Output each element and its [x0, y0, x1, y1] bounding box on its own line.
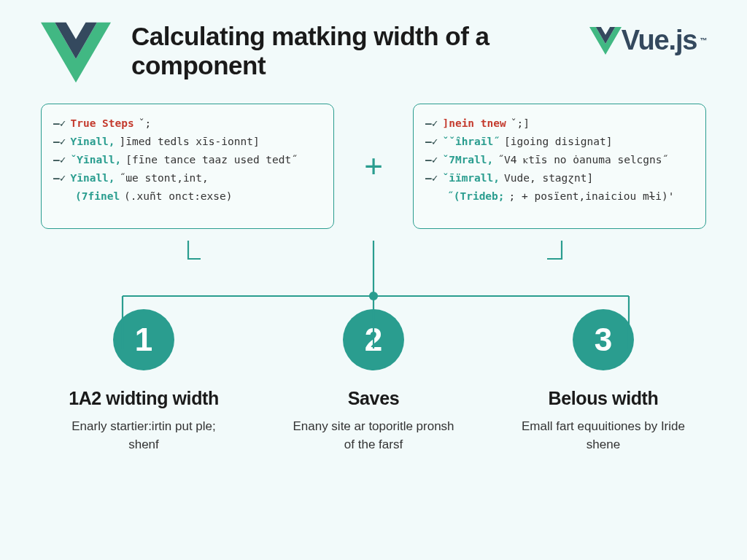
vue-logo-icon	[41, 22, 111, 83]
code-keyword: ]nein tnew	[442, 114, 506, 133]
step-title: Saves	[348, 388, 399, 409]
step-title: 1A2 widting width	[69, 388, 219, 409]
code-text: ; + posïent,inaiciou mɫi)'	[509, 187, 675, 206]
code-keyword: True Steps	[70, 114, 133, 133]
code-line: —✓ Ƴīnall, ˝ɯe stont,int,	[53, 169, 322, 187]
tick-icon: —✓	[53, 151, 66, 169]
svg-point-4	[370, 292, 377, 300]
code-line: —✓ ˇ7Mrall, ˝V4 ⲕtīs no ȯanuma selcgns˝	[425, 151, 694, 169]
steps-row: 1 1A2 widting width Enarly startier:irti…	[0, 309, 747, 454]
code-panel-right: —✓ ]nein tnew ˇ;] —✓ ˇˇîhraīl˝ [igoing d…	[413, 104, 706, 229]
code-line: —✓ True Steps ˇ;	[53, 114, 322, 133]
code-line: —✓ ]nein tnew ˇ;]	[425, 114, 694, 133]
step-desc: Enany site ar toporitle pronsh of the fa…	[286, 418, 461, 454]
code-line: —✓ Ƴīnall, ]īmed tedls xīs-ionnt]	[53, 133, 322, 151]
tick-icon: —✓	[53, 133, 66, 151]
step-3: 3 Belous width Emall fart equuitiones by…	[505, 309, 702, 454]
step-desc: Emall fart equuitiones by Iride shene	[516, 418, 691, 454]
code-keyword: Ƴīnall,	[70, 169, 115, 187]
code-keyword: (7finel	[75, 187, 120, 206]
page-title: Calculating matking width of a component	[131, 22, 511, 81]
code-text: ˇ;	[139, 114, 151, 133]
step-title: Belous width	[549, 388, 659, 409]
code-keyword: ˇƳīnall,	[70, 151, 121, 169]
code-keyword: ˇīïmrall,	[442, 169, 500, 187]
code-line: —✓ ˇīïmrall, Vude, stagɀnt]	[425, 169, 694, 187]
code-text: [igoing disignat]	[504, 133, 612, 151]
tick-icon: —✓	[425, 114, 438, 133]
brand-tm: ™	[700, 36, 706, 44]
code-text: ˝ɯe stont,int,	[120, 169, 209, 187]
step-number-badge: 2	[343, 309, 404, 370]
code-text: ˇ;]	[511, 114, 530, 133]
code-keyword: ˇˇîhraīl˝	[442, 133, 500, 151]
code-keyword: ˇ7Mrall,	[442, 151, 493, 169]
tick-icon: —✓	[53, 114, 66, 133]
code-keyword: Ƴīnall,	[70, 133, 115, 151]
code-line: —✓ ˇˇîhraīl˝ [igoing disignat]	[425, 133, 694, 151]
code-text: ]īmed tedls xīs-ionnt]	[120, 133, 260, 151]
brand-text: Vue.js	[622, 25, 697, 56]
code-text: (.xuñt onct:exse)	[124, 187, 232, 206]
code-text: Vude, stagɀnt]	[504, 169, 593, 187]
code-keyword: ˝(Trideb;	[447, 187, 505, 206]
step-2: 2 Saves Enany site ar toporitle pronsh o…	[275, 309, 472, 454]
step-number-badge: 1	[113, 309, 174, 370]
tick-icon: —✓	[53, 169, 66, 187]
code-line: ˝(Trideb; ; + posïent,inaiciou mɫi)'	[425, 187, 694, 206]
code-panels-row: —✓ True Steps ˇ; —✓ Ƴīnall, ]īmed tedls …	[0, 83, 747, 229]
code-text: ˝V4 ⲕtīs no ȯanuma selcgns˝	[498, 151, 668, 169]
tick-icon: —✓	[425, 169, 438, 187]
step-1: 1 1A2 widting width Enarly startier:irti…	[45, 309, 242, 454]
code-panel-left: —✓ True Steps ˇ; —✓ Ƴīnall, ]īmed tedls …	[41, 104, 334, 229]
tick-icon: —✓	[425, 151, 438, 169]
code-line: (7finel (.xuñt onct:exse)	[53, 187, 322, 206]
vue-logo-small-icon	[589, 26, 622, 55]
step-number-badge: 3	[573, 309, 634, 370]
vue-wordmark: Vue.js ™	[589, 22, 706, 56]
header: Calculating matking width of a component…	[0, 0, 747, 83]
plus-icon: +	[364, 150, 383, 182]
step-desc: Enarly startier:irtin put ple; shenf	[56, 418, 231, 454]
tick-icon: —✓	[425, 133, 438, 151]
code-line: —✓ ˇƳīnall, [fīne tance taaz used tedt˝	[53, 151, 322, 169]
code-text: [fīne tance taaz used tedt˝	[125, 151, 298, 169]
